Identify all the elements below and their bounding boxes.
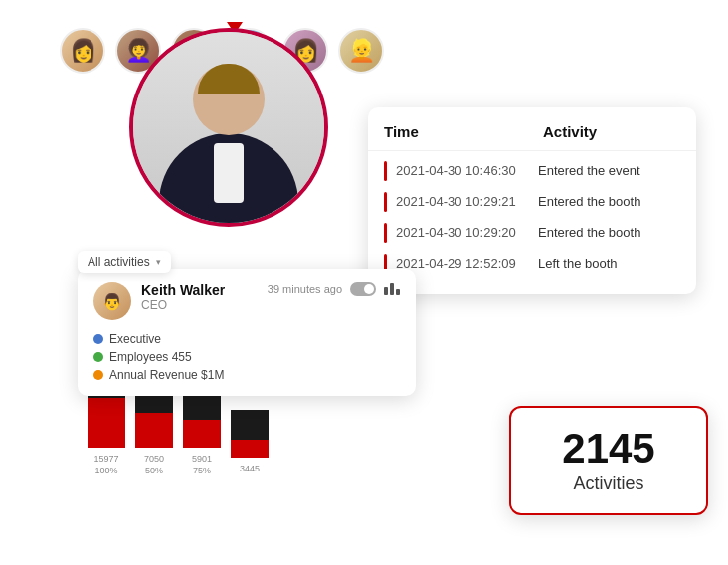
user-card: 👨 Keith Walker CEO 39 minutes ago Exec xyxy=(78,269,416,396)
user-name: Keith Walker xyxy=(141,282,225,298)
avatar-user-1[interactable]: 👩 xyxy=(60,28,105,74)
bar-group-4: 3445 xyxy=(231,410,269,475)
tag-dot-green xyxy=(93,352,103,362)
bar-label-2: 7050 xyxy=(144,454,164,464)
filter-label: All activities xyxy=(88,255,150,269)
bar-label-1: 15977 xyxy=(93,454,118,464)
user-info: Keith Walker CEO xyxy=(141,282,225,312)
stats-card: 2145 Activities xyxy=(509,406,708,515)
tag-item: Annual Revenue $1M xyxy=(93,368,400,382)
user-title: CEO xyxy=(141,298,225,312)
user-tags: Executive Employees 455 Annual Revenue $… xyxy=(93,328,400,382)
user-card-right: 39 minutes ago xyxy=(268,282,400,296)
bar-stack-4 xyxy=(231,410,269,458)
bar-red-1 xyxy=(88,398,125,448)
bar-label-3: 5901 xyxy=(192,454,212,464)
bar-sublabel-1: 100% xyxy=(94,466,117,475)
table-row: 2021-04-30 10:29:21 Entered the booth xyxy=(368,186,696,217)
stats-label: Activities xyxy=(573,473,643,494)
bar-black-4 xyxy=(231,410,269,440)
stats-number: 2145 xyxy=(562,428,654,470)
tag-item: Executive xyxy=(93,332,400,346)
row-activity-4: Left the booth xyxy=(538,256,680,271)
timestamp: 39 minutes ago xyxy=(268,283,342,295)
row-time-1: 2021-04-30 10:46:30 xyxy=(384,163,538,178)
main-profile-photo[interactable] xyxy=(129,28,328,227)
avatar: 👨 xyxy=(93,282,131,320)
row-time-3: 2021-04-30 10:29:20 xyxy=(384,225,538,240)
activity-table: Time Activity 2021-04-30 10:46:30 Entere… xyxy=(368,107,696,294)
bar-red-4 xyxy=(231,440,269,458)
chevron-down-icon: ▾ xyxy=(156,257,161,267)
main-scene: 👩 👩‍🦱 🧔 👨 👩 👱 Time Activity xyxy=(0,0,728,565)
row-activity-3: Entered the booth xyxy=(538,225,680,240)
user-card-left: 👨 Keith Walker CEO xyxy=(93,282,225,320)
table-row: 2021-04-30 10:46:30 Entered the event xyxy=(368,155,696,186)
table-header: Time Activity xyxy=(368,123,696,151)
col-time-header: Time xyxy=(384,123,543,140)
bar-red-2 xyxy=(135,413,173,448)
activity-rows: 2021-04-30 10:46:30 Entered the event 20… xyxy=(368,151,696,279)
tag-label-1: Executive xyxy=(109,332,161,346)
toggle-icon[interactable] xyxy=(350,282,376,296)
table-row: 2021-04-30 10:29:20 Entered the booth xyxy=(368,217,696,248)
row-time-2: 2021-04-30 10:29:21 xyxy=(384,194,538,209)
tag-label-2: Employees 455 xyxy=(109,350,192,364)
row-activity-2: Entered the booth xyxy=(538,194,680,209)
avatar-user-7[interactable]: 👱 xyxy=(338,28,384,74)
bars-icon[interactable] xyxy=(384,283,400,295)
tag-label-3: Annual Revenue $1M xyxy=(109,368,224,382)
bar-label-4: 3445 xyxy=(240,464,260,473)
bar-sublabel-3: 75% xyxy=(193,466,211,475)
filter-bar[interactable]: All activities ▾ xyxy=(78,251,171,273)
tag-dot-orange xyxy=(93,370,103,380)
bar-sublabel-2: 50% xyxy=(145,466,163,475)
tag-dot-blue xyxy=(93,334,103,344)
tag-item: Employees 455 xyxy=(93,350,400,364)
bar-red-3 xyxy=(183,420,221,448)
user-card-top: 👨 Keith Walker CEO 39 minutes ago xyxy=(93,282,400,320)
table-row: 2021-04-29 12:52:09 Left the booth xyxy=(368,248,696,279)
col-activity-header: Activity xyxy=(543,123,680,140)
row-activity-1: Entered the event xyxy=(538,163,680,178)
